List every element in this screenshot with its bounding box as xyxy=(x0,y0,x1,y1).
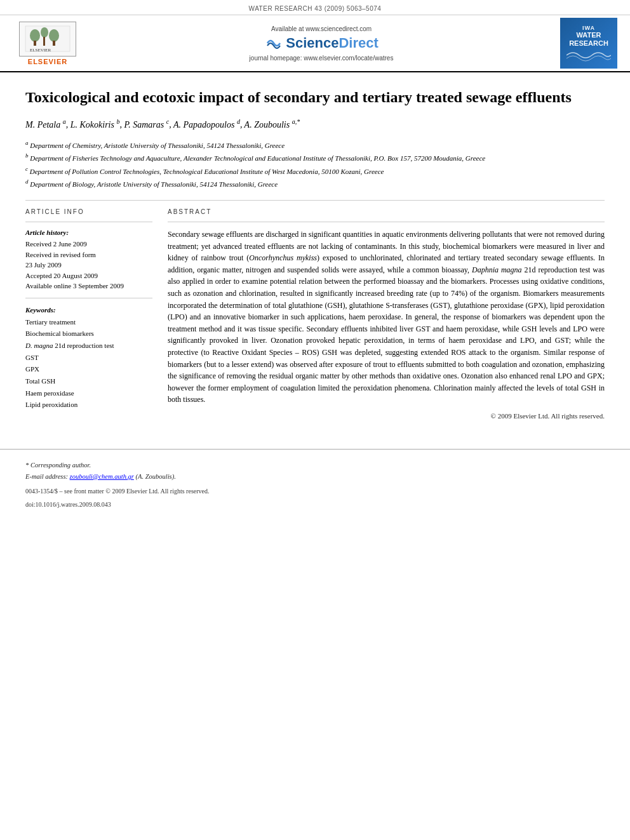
svg-text:ELSEVIER: ELSEVIER xyxy=(30,48,51,53)
corresponding-label: * Corresponding author. xyxy=(25,462,91,469)
svg-point-2 xyxy=(41,27,48,37)
header-center: Available at www.sciencedirect.com Scien… xyxy=(83,25,560,62)
affiliation-a: a Department of Chemistry, Aristotle Uni… xyxy=(25,138,605,151)
keyword-7: Haem peroxidase xyxy=(25,387,152,399)
svg-point-1 xyxy=(30,29,40,42)
article-title: Toxicological and ecotoxic impact of sec… xyxy=(25,88,605,107)
article-history: Article history: Received 2 June 2009 Re… xyxy=(25,229,152,291)
water-research-badge: IWA WATERRESEARCH xyxy=(560,18,617,69)
authors-line: M. Petala a, L. Kokokiris b, P. Samaras … xyxy=(25,117,605,132)
history-label: Article history: xyxy=(25,229,152,236)
keyword-1: Tertiary treatment xyxy=(25,316,152,328)
keyword-5: GPX xyxy=(25,363,152,375)
keyword-4: GST xyxy=(25,352,152,364)
email-address: zoubouli@chem.auth.gr xyxy=(70,473,134,480)
online-date: Available online 3 September 2009 xyxy=(25,281,152,291)
separator-left xyxy=(25,222,152,222)
copyright-line: © 2009 Elsevier Ltd. All rights reserved… xyxy=(168,412,605,420)
svg-rect-5 xyxy=(43,37,45,46)
email-label: E-mail address: xyxy=(25,473,68,480)
affiliation-c: c Department of Pollution Control Techno… xyxy=(25,164,605,177)
affiliation-d: d Department of Biology, Aristotle Unive… xyxy=(25,177,605,190)
license-line2: doi:10.1016/j.watres.2009.08.043 xyxy=(25,500,605,509)
sciencedirect-text: ScienceDirect xyxy=(286,35,379,51)
available-text: Available at www.sciencedirect.com xyxy=(95,25,547,32)
keywords-label: Keywords: xyxy=(25,306,152,314)
elsevier-logo-image: ELSEVIER xyxy=(19,22,76,57)
main-content: Toxicological and ecotoxic impact of sec… xyxy=(0,72,630,430)
keyword-8: Lipid peroxidation xyxy=(25,399,152,411)
keywords-section: Keywords: Tertiary treatment Biochemical… xyxy=(25,306,152,411)
keyword-6: Total GSH xyxy=(25,375,152,387)
license-line1: 0043-1354/$ – see front matter © 2009 El… xyxy=(25,486,605,496)
keyword-2: Biochemical biomarkers xyxy=(25,328,152,340)
separator-1 xyxy=(25,200,605,201)
affiliations: a Department of Chemistry, Aristotle Uni… xyxy=(25,138,605,190)
elsevier-text: ELSEVIER xyxy=(28,58,67,65)
right-column: ABSTRACT Secondary sewage effluents are … xyxy=(168,208,605,420)
received-date: Received 2 June 2009 xyxy=(25,239,152,250)
left-column: ARTICLE INFO Article history: Received 2… xyxy=(25,208,152,420)
received-revised-label: Received in revised form xyxy=(25,250,152,260)
article-info-header: ARTICLE INFO xyxy=(25,208,152,215)
affiliation-b: b Department of Fisheries Technology and… xyxy=(25,151,605,164)
accepted-date: Accepted 20 August 2009 xyxy=(25,270,152,281)
revised-date: 23 July 2009 xyxy=(25,260,152,270)
keyword-3: D. magna 21d reproduction test xyxy=(25,340,152,352)
abstract-text: Secondary sewage effluents are discharge… xyxy=(168,229,605,406)
corresponding-author-note: * Corresponding author. E-mail address: … xyxy=(25,460,605,483)
wr-title: WATERRESEARCH xyxy=(569,31,608,48)
svg-rect-4 xyxy=(34,41,36,46)
sciencedirect-logo: ScienceDirect xyxy=(95,35,547,51)
svg-rect-6 xyxy=(53,41,55,46)
page: WATER RESEARCH 43 (2009) 5063–5074 ELSEV… xyxy=(0,0,630,840)
two-col-layout: ARTICLE INFO Article history: Received 2… xyxy=(25,208,605,420)
header-area: ELSEVIER ELSEVIER Available at www.scien… xyxy=(0,15,630,72)
footer-area: * Corresponding author. E-mail address: … xyxy=(0,449,630,519)
elsevier-logo: ELSEVIER ELSEVIER xyxy=(13,18,83,69)
iwa-text: IWA xyxy=(582,25,595,31)
abstract-header: ABSTRACT xyxy=(168,208,605,215)
journal-line: WATER RESEARCH 43 (2009) 5063–5074 xyxy=(0,0,630,15)
journal-homepage: journal homepage: www.elsevier.com/locat… xyxy=(95,55,547,62)
separator-keywords xyxy=(25,298,152,298)
email-note: (A. Zouboulis). xyxy=(135,473,175,480)
svg-point-3 xyxy=(49,29,59,42)
separator-right xyxy=(168,222,605,222)
